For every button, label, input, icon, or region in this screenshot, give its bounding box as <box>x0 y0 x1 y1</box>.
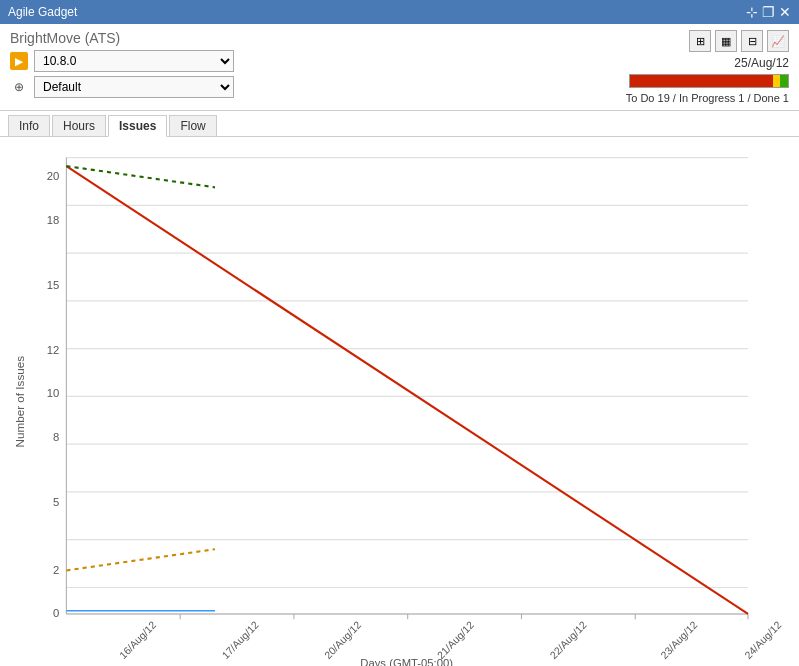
chart-area: 0 2 5 8 10 12 15 18 20 Number of Issues … <box>0 137 799 666</box>
svg-text:20: 20 <box>47 170 60 182</box>
sprint-icon: ▶ <box>10 52 28 70</box>
grid-view-icon[interactable]: ⊞ <box>689 30 711 52</box>
y-axis-label: Number of Issues <box>15 356 27 448</box>
filter-row: ⊕ Default <box>10 76 234 98</box>
svg-text:8: 8 <box>53 431 59 443</box>
filter-select[interactable]: Default <box>34 76 234 98</box>
move-icon[interactable]: ⊹ <box>746 4 758 20</box>
card-view-icon[interactable]: ⊟ <box>741 30 763 52</box>
svg-text:10: 10 <box>47 387 60 399</box>
close-icon[interactable]: ✕ <box>779 4 791 20</box>
controls: ▶ 10.8.0 ⊕ Default <box>10 50 234 98</box>
sprint-select[interactable]: 10.8.0 <box>34 50 234 72</box>
sprint-row: ▶ 10.8.0 <box>10 50 234 72</box>
svg-text:2: 2 <box>53 563 59 575</box>
app-title: Agile Gadget <box>8 5 77 19</box>
filter-icon: ⊕ <box>10 78 28 96</box>
svg-text:23/Aug/12: 23/Aug/12 <box>659 619 700 661</box>
project-type: (ATS) <box>85 30 121 46</box>
header-right: ⊞ ▦ ⊟ 📈 25/Aug/12 To Do 19 / In Progress… <box>626 30 789 104</box>
completed-line <box>66 549 215 570</box>
svg-text:21/Aug/12: 21/Aug/12 <box>435 619 476 661</box>
actual-issues-line <box>66 166 215 187</box>
title-bar-controls: ⊹ ❐ ✕ <box>746 4 791 20</box>
table-view-icon[interactable]: ▦ <box>715 30 737 52</box>
bar-todo <box>630 75 773 87</box>
svg-text:20/Aug/12: 20/Aug/12 <box>322 619 363 661</box>
progress-bar-container <box>629 74 789 88</box>
title-bar: Agile Gadget ⊹ ❐ ✕ <box>0 0 799 24</box>
progress-label: To Do 19 / In Progress 1 / Done 1 <box>626 92 789 104</box>
view-icons: ⊞ ▦ ⊟ 📈 <box>689 30 789 52</box>
tab-flow[interactable]: Flow <box>169 115 216 136</box>
bar-done <box>780 75 788 87</box>
header-left: BrightMove (ATS) ▶ 10.8.0 ⊕ Default <box>10 30 234 98</box>
burndown-chart: 0 2 5 8 10 12 15 18 20 Number of Issues … <box>10 147 789 666</box>
svg-text:18: 18 <box>47 214 60 226</box>
header-section: BrightMove (ATS) ▶ 10.8.0 ⊕ Default ⊞ ▦ <box>0 24 799 111</box>
svg-text:24/Aug/12: 24/Aug/12 <box>743 619 784 661</box>
restore-icon[interactable]: ❐ <box>762 4 775 20</box>
project-title: BrightMove (ATS) <box>10 30 234 46</box>
svg-text:22/Aug/12: 22/Aug/12 <box>548 619 589 661</box>
ideal-burndown-line <box>66 166 748 614</box>
svg-text:0: 0 <box>53 607 59 619</box>
svg-text:17/Aug/12: 17/Aug/12 <box>220 619 261 661</box>
svg-text:5: 5 <box>53 496 59 508</box>
chart-view-icon[interactable]: 📈 <box>767 30 789 52</box>
tab-info[interactable]: Info <box>8 115 50 136</box>
project-name: BrightMove <box>10 30 81 46</box>
tab-hours[interactable]: Hours <box>52 115 106 136</box>
svg-text:12: 12 <box>47 344 60 356</box>
progress-bar <box>629 74 789 88</box>
svg-text:15: 15 <box>47 279 60 291</box>
x-axis-label: Days (GMT-05:00) <box>360 657 453 666</box>
date-label: 25/Aug/12 <box>734 56 789 70</box>
tab-issues[interactable]: Issues <box>108 115 167 137</box>
tabs: Info Hours Issues Flow <box>0 111 799 137</box>
bar-inprogress <box>773 75 781 87</box>
svg-text:16/Aug/12: 16/Aug/12 <box>117 619 158 661</box>
